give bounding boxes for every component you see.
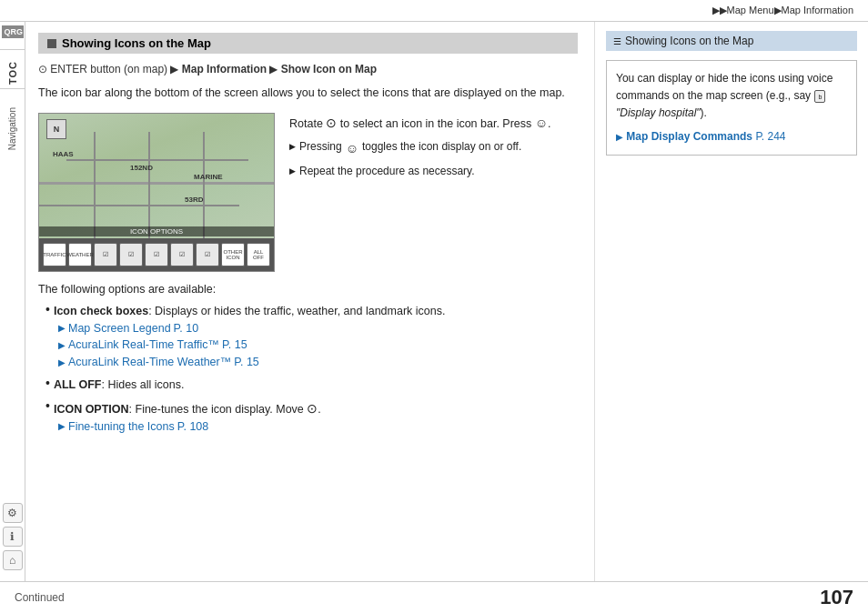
right-panel-body: You can display or hide the icons using … bbox=[616, 72, 833, 119]
content-breadcrumb: ⊙ ENTER button (on map) ▶ Map Informatio… bbox=[38, 63, 578, 75]
sidebar: QRG TOC Navigation ⚙ ℹ ⌂ bbox=[0, 22, 25, 581]
options-text: The following options are available: bbox=[38, 283, 578, 296]
bullet-list: • Icon check boxes: Displays or hides th… bbox=[38, 303, 578, 436]
arrow-item-2: Repeat the procedure as necessary. bbox=[289, 163, 578, 180]
link-arrow-icon: ▶ bbox=[58, 321, 66, 335]
link-traffic[interactable]: ▶ AcuraLink Real-Time Traffic™ P. 15 bbox=[45, 337, 578, 354]
qrg-label: QRG bbox=[2, 25, 24, 38]
icon-check1[interactable]: ☑ bbox=[94, 243, 117, 266]
voice-icon: b bbox=[814, 90, 825, 103]
right-link-arrow: ▶ bbox=[616, 132, 623, 142]
bullet-text-3: ICON OPTION: Fine-tunes the icon display… bbox=[54, 399, 321, 418]
section-icon bbox=[47, 39, 56, 48]
link-fine-tuning[interactable]: ▶ Fine-tuning the Icons P. 108 bbox=[45, 418, 578, 436]
link-fine-page: P. 108 bbox=[177, 418, 209, 436]
link-arrow-fine: ▶ bbox=[58, 419, 66, 433]
link-traffic-text[interactable]: AcuraLink Real-Time Traffic™ bbox=[68, 337, 219, 354]
icon-check5[interactable]: ☑ bbox=[196, 243, 219, 266]
main-content: Showing Icons on the Map ⊙ ENTER button … bbox=[25, 22, 595, 581]
home-icon[interactable]: ⌂ bbox=[3, 550, 23, 570]
link-arrow-traffic: ▶ bbox=[58, 338, 66, 352]
icon-options-label: ICON OPTIONS bbox=[39, 226, 274, 236]
link-fine-text[interactable]: Fine-tuning the Icons bbox=[68, 418, 175, 436]
icon-check2[interactable]: ☑ bbox=[119, 243, 143, 266]
right-panel-link-page: P. 244 bbox=[755, 130, 785, 143]
breadcrumb-path-text: ENTER button (on map) ▶ Map Information … bbox=[50, 63, 377, 75]
page-number: 107 bbox=[820, 586, 853, 609]
weather-btn[interactable]: WEATHER bbox=[68, 243, 92, 266]
nav-label: Navigation bbox=[7, 107, 17, 150]
road-v1 bbox=[94, 132, 96, 241]
settings-icon[interactable]: ⚙ bbox=[3, 503, 23, 523]
bullet-dot-3: • bbox=[45, 399, 50, 418]
link-map-legend[interactable]: ▶ Map Screen Legend P. 10 bbox=[45, 320, 578, 337]
link-weather[interactable]: ▶ AcuraLink Real-Time Weather™ P. 15 bbox=[45, 354, 578, 371]
info-icon[interactable]: ℹ bbox=[3, 527, 23, 547]
intro-text: The icon bar along the bottom of the scr… bbox=[38, 85, 578, 102]
bullet-dot-2: • bbox=[45, 377, 50, 394]
continued-text: Continued bbox=[15, 591, 65, 604]
road-marine bbox=[39, 182, 275, 185]
link-traffic-page: P. 15 bbox=[222, 337, 247, 354]
icon-check3[interactable]: ☑ bbox=[145, 243, 168, 266]
content-columns: N MARINE 152ND 53RD HAAS bbox=[38, 113, 578, 272]
list-item-2: • ALL OFF: Hides all icons. bbox=[45, 377, 578, 394]
sidebar-bottom: ⚙ ℹ ⌂ bbox=[3, 503, 23, 581]
bottom-bar: Continued 107 bbox=[0, 581, 868, 613]
right-panel-box: You can display or hide the icons using … bbox=[606, 60, 857, 156]
breadcrumb-text: ▶▶Map Menu▶Map Information bbox=[712, 5, 853, 16]
road-label-152nd: 152ND bbox=[130, 164, 153, 172]
link-map-legend-page: P. 10 bbox=[174, 320, 199, 337]
other-icon-btn[interactable]: OTHER ICON bbox=[221, 243, 245, 266]
bullet-row-3: • ICON OPTION: Fine-tunes the icon displ… bbox=[45, 399, 578, 418]
bullet-text-2: ALL OFF: Hides all icons. bbox=[54, 377, 185, 394]
bullet-row-2: • ALL OFF: Hides all icons. bbox=[45, 377, 578, 394]
link-map-legend-text[interactable]: Map Screen Legend bbox=[68, 320, 171, 337]
link-arrow-weather: ▶ bbox=[58, 356, 66, 369]
arrow-item-1: Pressing ☺ toggles the icon display on o… bbox=[289, 138, 578, 158]
map-bottom-bar: TRAFFIC WEATHER ☑ ☑ ☑ ☑ ☑ OTHER ICON ALL… bbox=[39, 238, 274, 271]
content-area: Showing Icons on the Map ⊙ ENTER button … bbox=[25, 22, 868, 581]
icon-check4[interactable]: ☑ bbox=[170, 243, 194, 266]
list-item-3: • ICON OPTION: Fine-tunes the icon displ… bbox=[45, 399, 578, 436]
right-panel-link[interactable]: Map Display Commands bbox=[626, 130, 752, 143]
link-weather-page: P. 15 bbox=[234, 354, 259, 371]
list-icon: ☰ bbox=[613, 36, 621, 46]
bullet-text-1: Icon check boxes: Displays or hides the … bbox=[54, 303, 446, 320]
breadcrumb: ▶▶Map Menu▶Map Information bbox=[712, 5, 853, 16]
rotate-instruction: Rotate ⊙ to select an icon in the icon b… bbox=[289, 113, 578, 133]
road-label-haas: HAAS bbox=[53, 150, 74, 158]
bullet-row-1: • Icon check boxes: Displays or hides th… bbox=[45, 303, 578, 320]
right-panel-title: Showing Icons on the Map bbox=[625, 35, 753, 47]
map-compass: N bbox=[46, 119, 66, 139]
road-h2 bbox=[39, 205, 239, 206]
link-weather-text[interactable]: AcuraLink Real-Time Weather™ bbox=[68, 354, 231, 371]
all-off-btn[interactable]: ALL OFF bbox=[247, 243, 270, 266]
right-panel-header: ☰ Showing Icons on the Map bbox=[606, 31, 857, 51]
road-v3 bbox=[203, 132, 205, 241]
bullet-dot-1: • bbox=[45, 303, 50, 320]
enter-symbol: ⊙ bbox=[38, 63, 47, 75]
road-label-53rd: 53RD bbox=[185, 196, 203, 204]
road-v2 bbox=[148, 132, 150, 241]
list-item-1: • Icon check boxes: Displays or hides th… bbox=[45, 303, 578, 371]
section-header: Showing Icons on the Map bbox=[38, 33, 578, 54]
section-title: Showing Icons on the Map bbox=[62, 36, 211, 50]
right-panel-link-row[interactable]: ▶ Map Display Commands P. 244 bbox=[616, 128, 847, 146]
top-bar: ▶▶Map Menu▶Map Information bbox=[0, 0, 868, 22]
map-placeholder: N MARINE 152ND 53RD HAAS bbox=[39, 114, 274, 271]
right-panel: ☰ Showing Icons on the Map You can displ… bbox=[595, 22, 868, 581]
right-instructions: Rotate ⊙ to select an icon in the icon b… bbox=[289, 113, 578, 272]
map-image: N MARINE 152ND 53RD HAAS bbox=[38, 113, 275, 272]
main-layout: QRG TOC Navigation ⚙ ℹ ⌂ Showing Icons o… bbox=[0, 22, 868, 581]
toc-label[interactable]: TOC bbox=[7, 61, 18, 85]
road-label-marine: MARINE bbox=[194, 173, 223, 181]
traffic-btn[interactable]: TRAFFIC bbox=[43, 243, 66, 266]
